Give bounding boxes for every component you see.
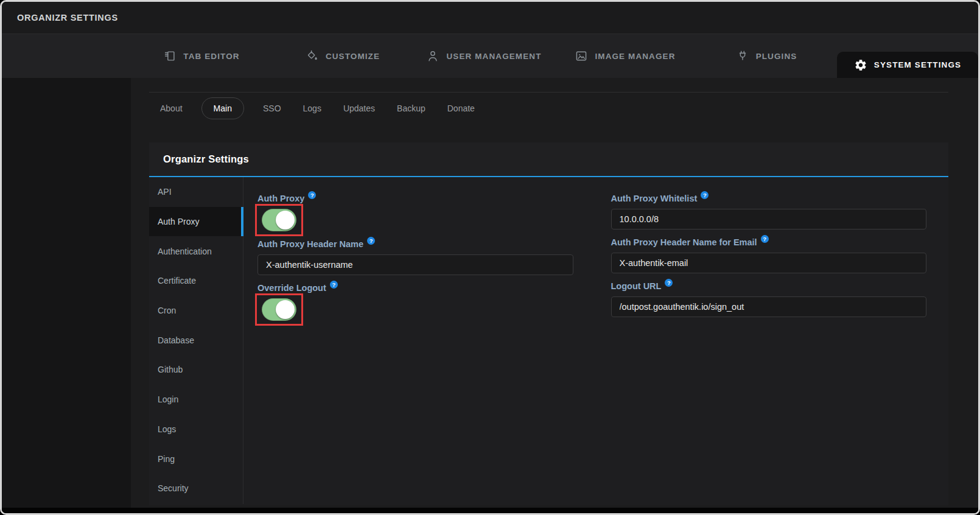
logout-url-input[interactable] xyxy=(611,296,927,317)
help-icon[interactable]: ? xyxy=(761,235,769,243)
subtab-updates[interactable]: Updates xyxy=(340,98,378,119)
subtab-main[interactable]: Main xyxy=(201,97,244,119)
settings-menu: APIAuth ProxyAuthenticationCertificateCr… xyxy=(149,177,243,504)
subtab-logs[interactable]: Logs xyxy=(300,98,324,119)
page-title: ORGANIZR SETTINGS xyxy=(17,13,118,23)
image-icon xyxy=(575,49,588,63)
subtab-backup[interactable]: Backup xyxy=(394,98,429,119)
form-column: Auth Proxy Whitelist?Auth Proxy Header N… xyxy=(611,194,927,329)
toggle-track xyxy=(262,209,296,231)
paint-bucket-icon xyxy=(306,49,319,63)
nav-tab-label: TAB EDITOR xyxy=(183,52,239,61)
field-label: Auth Proxy? xyxy=(257,194,573,203)
field-label: Auth Proxy Header Name for Email? xyxy=(611,237,927,247)
menu-item-logs[interactable]: Logs xyxy=(149,415,243,444)
menu-item-cron[interactable]: Cron xyxy=(149,296,243,326)
field-logout-url: Logout URL? xyxy=(611,281,927,317)
tab-editor-icon xyxy=(163,49,177,63)
field-label-text: Auth Proxy Header Name xyxy=(257,239,363,249)
nav-tab-tab-editor[interactable]: TAB EDITOR xyxy=(131,34,272,78)
navbar: TAB EDITORCUSTOMIZEUSER MANAGEMENTIMAGE … xyxy=(2,34,978,78)
left-gutter xyxy=(2,78,131,513)
help-icon[interactable]: ? xyxy=(308,191,316,199)
field-label: Logout URL? xyxy=(611,281,927,291)
menu-item-certificate[interactable]: Certificate xyxy=(149,266,243,296)
nav-tab-plugins[interactable]: PLUGINS xyxy=(696,34,837,78)
help-icon[interactable]: ? xyxy=(665,279,673,287)
field-auth-proxy-whitelist: Auth Proxy Whitelist? xyxy=(611,194,927,229)
menu-item-github[interactable]: Github xyxy=(149,355,243,385)
override-logout-toggle[interactable] xyxy=(262,298,296,321)
subtab-donate[interactable]: Donate xyxy=(444,98,478,119)
plug-icon xyxy=(736,49,749,63)
menu-item-login[interactable]: Login xyxy=(149,385,243,415)
field-label-text: Auth Proxy Header Name for Email xyxy=(611,237,757,247)
gear-icon xyxy=(854,58,867,72)
auth-proxy-header-name-for-email-input[interactable] xyxy=(611,253,927,273)
user-icon xyxy=(426,49,439,63)
field-label-text: Auth Proxy xyxy=(257,194,304,203)
form-column: Auth Proxy?Auth Proxy Header Name?Overri… xyxy=(257,194,573,329)
nav-tab-user-management[interactable]: USER MANAGEMENT xyxy=(413,34,555,78)
auth-proxy-toggle[interactable] xyxy=(262,209,296,231)
subtabs: AboutMainSSOLogsUpdatesBackupDonate xyxy=(149,92,948,124)
toggle-knob xyxy=(276,300,295,319)
app-window: ORGANIZR SETTINGS TAB EDITORCUSTOMIZEUSE… xyxy=(0,0,980,515)
main-column: AboutMainSSOLogsUpdatesBackupDonate Orga… xyxy=(131,78,978,513)
panel-header: Organizr Settings xyxy=(149,142,948,177)
nav-tab-customize[interactable]: CUSTOMIZE xyxy=(272,34,413,78)
nav-tab-label: CUSTOMIZE xyxy=(326,52,380,61)
auth-proxy-header-name-input[interactable] xyxy=(257,254,573,275)
help-icon[interactable]: ? xyxy=(701,191,709,199)
menu-item-auth-proxy[interactable]: Auth Proxy xyxy=(149,207,243,237)
settings-panel: Organizr Settings APIAuth ProxyAuthentic… xyxy=(149,142,948,505)
nav-tab-label: IMAGE MANAGER xyxy=(595,52,675,61)
field-label: Override Logout? xyxy=(257,283,573,293)
nav-tab-label: SYSTEM SETTINGS xyxy=(874,60,961,69)
toggle-track xyxy=(262,298,296,321)
bottom-edge-strip xyxy=(2,508,978,513)
help-icon[interactable]: ? xyxy=(367,237,375,245)
nav-tab-label: PLUGINS xyxy=(756,52,797,61)
nav-tab-label: USER MANAGEMENT xyxy=(446,52,541,61)
menu-item-security[interactable]: Security xyxy=(149,474,243,503)
field-label-text: Auth Proxy Whitelist xyxy=(611,194,698,203)
menu-item-ping[interactable]: Ping xyxy=(149,444,243,474)
nav-tab-system-settings[interactable]: SYSTEM SETTINGS xyxy=(837,52,978,78)
topbar: ORGANIZR SETTINGS xyxy=(2,2,978,34)
field-label-text: Logout URL xyxy=(611,281,662,291)
menu-item-api[interactable]: API xyxy=(149,177,243,207)
menu-item-database[interactable]: Database xyxy=(149,325,243,355)
panel-title: Organizr Settings xyxy=(163,153,249,165)
toggle-knob xyxy=(276,211,295,229)
auth-proxy-whitelist-input[interactable] xyxy=(611,209,927,229)
menu-item-authentication[interactable]: Authentication xyxy=(149,236,243,266)
nav-tabs: TAB EDITORCUSTOMIZEUSER MANAGEMENTIMAGE … xyxy=(131,34,978,78)
field-label: Auth Proxy Whitelist? xyxy=(611,194,927,203)
field-auth-proxy-header-name-for-email: Auth Proxy Header Name for Email? xyxy=(611,237,927,273)
field-override-logout: Override Logout? xyxy=(257,283,573,321)
field-label-text: Override Logout xyxy=(257,283,326,293)
panel-body: APIAuth ProxyAuthenticationCertificateCr… xyxy=(149,177,948,504)
subtab-sso[interactable]: SSO xyxy=(260,98,284,119)
content-area: AboutMainSSOLogsUpdatesBackupDonate Orga… xyxy=(2,78,978,513)
help-icon[interactable]: ? xyxy=(330,281,338,289)
field-auth-proxy-header-name: Auth Proxy Header Name? xyxy=(257,239,573,275)
subtab-about[interactable]: About xyxy=(157,98,186,119)
field-label: Auth Proxy Header Name? xyxy=(257,239,573,249)
field-auth-proxy: Auth Proxy? xyxy=(257,194,573,231)
nav-tab-image-manager[interactable]: IMAGE MANAGER xyxy=(555,34,696,78)
form-area: Auth Proxy?Auth Proxy Header Name?Overri… xyxy=(243,177,948,504)
